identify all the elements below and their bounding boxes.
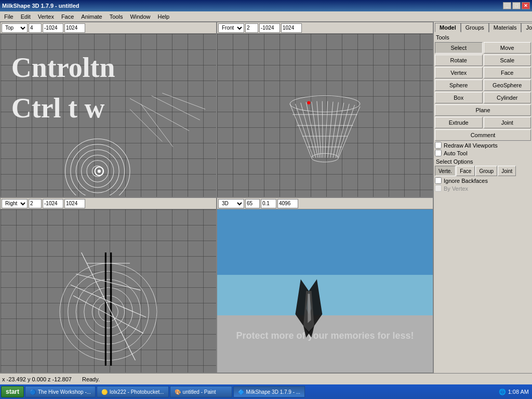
svg-line-27: [333, 103, 344, 158]
viewport-canvas-topright[interactable]: [217, 34, 433, 197]
tool-box-button[interactable]: Box: [435, 92, 483, 103]
tool-plane-button[interactable]: Plane: [435, 104, 531, 116]
tool-face-button[interactable]: Face: [484, 67, 531, 78]
viewport-range-min-topright[interactable]: -1024: [259, 23, 280, 33]
viewport-range-min-bottomleft[interactable]: -1024: [43, 199, 63, 208]
menu-window[interactable]: Window: [127, 12, 153, 21]
svg-line-45: [76, 274, 141, 290]
model-tabs: Model Groups Materials Joints: [435, 23, 531, 32]
redraw-all-viewports-checkbox[interactable]: [435, 142, 442, 149]
select-opt-face-button[interactable]: Face: [456, 166, 475, 176]
minimize-button[interactable]: _: [503, 2, 511, 9]
viewport-zoom-topleft[interactable]: 4: [29, 23, 42, 33]
auto-tool-checkbox[interactable]: [435, 150, 442, 156]
bottom-viewport-row: Right Top Front 3D 2 -1024 1024: [0, 197, 433, 373]
taskbar-item-photobucket[interactable]: 🟡 lolx222 - Photobucket...: [97, 386, 169, 397]
clock-display: 1:08 AM: [508, 389, 529, 395]
viewport-range-max-topleft[interactable]: 1024: [64, 23, 85, 33]
by-vertex-checkbox[interactable]: [435, 185, 442, 192]
viewport-bottom-left: Right Top Front 3D 2 -1024 1024: [0, 197, 217, 373]
ignore-backfaces-row: Ignore Backfaces: [435, 177, 531, 184]
taskbar-hive-icon: 🔵: [30, 389, 36, 395]
taskbar-item-hive[interactable]: 🔵 The Hive Workshop -...: [25, 386, 96, 397]
tool-move-button[interactable]: Move: [484, 42, 531, 54]
autotool-checkbox-row: Auto Tool: [435, 150, 531, 156]
app-title: MilkShape 3D 1.7.9 - untitled: [2, 3, 79, 9]
tool-row-comment: Comment: [435, 129, 531, 141]
menu-face[interactable]: Face: [58, 12, 77, 21]
viewport-range-max-bottomleft[interactable]: 1024: [64, 199, 85, 208]
taskbar-item-paint[interactable]: 🎨 untitled - Paint: [170, 386, 232, 397]
tool-cylinder-button[interactable]: Cylinder: [484, 92, 531, 103]
tool-geosphere-button[interactable]: GeoSphere: [484, 79, 531, 91]
select-opt-joint-button[interactable]: Joint: [498, 166, 516, 176]
menu-edit[interactable]: Edit: [18, 12, 34, 21]
viewport-range-min-topleft[interactable]: -1024: [43, 23, 63, 33]
redraw-all-viewports-label: Redraw All Viewports: [444, 142, 498, 149]
tool-vertex-button[interactable]: Vertex: [435, 67, 483, 78]
tool-row-vertex-face: Vertex Face: [435, 67, 531, 78]
ignore-backfaces-checkbox[interactable]: [435, 177, 442, 184]
tool-comment-button[interactable]: Comment: [435, 129, 531, 141]
svg-point-39: [84, 287, 132, 336]
svg-point-36: [60, 263, 157, 361]
tab-groups[interactable]: Groups: [461, 23, 489, 32]
viewport-far-clip[interactable]: 4096: [277, 199, 298, 208]
tab-materials[interactable]: Materials: [489, 23, 522, 32]
select-opt-group-button[interactable]: Group: [475, 166, 497, 176]
viewport-zoom-bottomright[interactable]: 65: [245, 199, 260, 208]
svg-line-24: [325, 101, 328, 158]
viewport-type-select-bottomleft[interactable]: Right Top Front 3D: [2, 199, 28, 208]
select-opt-vertex-button[interactable]: Verte.: [435, 166, 456, 176]
tool-row-select-move: Select Move: [435, 42, 531, 54]
redraw-checkbox-row: Redraw All Viewports: [435, 142, 531, 149]
viewport-zoom-bottomleft[interactable]: 2: [29, 199, 42, 208]
tool-extrude-button[interactable]: Extrude: [435, 117, 483, 128]
taskbar-pb-icon: 🟡: [101, 389, 108, 395]
viewport-front-toolbar: Front Top Right 3D 2 -1024 1024: [217, 22, 433, 34]
svg-text:Cntroltn: Cntroltn: [11, 52, 115, 83]
viewport-right-toolbar: Right Top Front 3D 2 -1024 1024: [1, 198, 216, 209]
viewport-type-select-topleft[interactable]: Top Front Right 3D: [2, 23, 28, 33]
viewport-3d-toolbar: 3D Top Front Right 65 0.1 4096: [217, 198, 433, 209]
main-area: Top Front Right 3D 4 -1024 1024 Cn: [0, 22, 532, 373]
select-options-label: Select Options: [436, 158, 531, 165]
svg-point-37: [68, 271, 149, 352]
system-tray: 🌐 1:08 AM: [499, 389, 531, 395]
viewport-canvas-bottomleft[interactable]: [1, 209, 216, 373]
svg-point-40: [92, 296, 124, 328]
tab-model[interactable]: Model: [435, 23, 461, 32]
close-button[interactable]: ✕: [522, 2, 530, 9]
coordinates-display: x -23.492 y 0.000 z -12.807: [2, 376, 72, 382]
taskbar-item-milkshape[interactable]: 🔷 MilkShape 3D 1.7.9 - ...: [233, 386, 305, 397]
svg-line-26: [330, 102, 339, 158]
viewport-range-max-topright[interactable]: 1024: [281, 23, 302, 33]
tool-sphere-button[interactable]: Sphere: [435, 79, 483, 91]
viewport-canvas-3d[interactable]: Protect more of your memories for less!: [217, 209, 433, 373]
tool-scale-button[interactable]: Scale: [484, 55, 531, 66]
right-panel: Model Groups Materials Joints Tools Sele…: [433, 22, 532, 373]
menu-vertex[interactable]: Vertex: [35, 12, 57, 21]
viewport-top-toolbar: Top Front Right 3D 4 -1024 1024: [1, 22, 216, 34]
tool-rotate-button[interactable]: Rotate: [435, 55, 483, 66]
viewport-near-clip[interactable]: 0.1: [261, 199, 276, 208]
start-button[interactable]: start: [1, 386, 24, 397]
viewport-canvas-topleft[interactable]: Cntroltn Ctrl t w: [1, 34, 216, 197]
tool-joint-button[interactable]: Joint: [484, 117, 531, 128]
maximize-button[interactable]: □: [512, 2, 521, 9]
viewport-zoom-topright[interactable]: 2: [245, 23, 258, 33]
viewport-type-select-bottomright[interactable]: 3D Top Front Right: [218, 199, 244, 208]
menu-help[interactable]: Help: [155, 12, 173, 21]
svg-point-8: [71, 144, 125, 196]
viewport-type-select-topright[interactable]: Front Top Right 3D: [218, 23, 244, 33]
menu-tools[interactable]: Tools: [107, 12, 126, 21]
tab-joints[interactable]: Joints: [521, 23, 532, 32]
menu-animate[interactable]: Animate: [78, 12, 105, 21]
ignore-backfaces-label: Ignore Backfaces: [444, 178, 488, 184]
svg-line-29: [337, 105, 354, 158]
menu-file[interactable]: File: [1, 12, 17, 21]
tool-select-button[interactable]: Select: [435, 42, 483, 54]
taskbar-pb-label: lolx222 - Photobucket...: [110, 389, 164, 395]
status-bar: x -23.492 y 0.000 z -12.807 Ready.: [0, 373, 532, 384]
svg-point-41: [99, 302, 118, 321]
